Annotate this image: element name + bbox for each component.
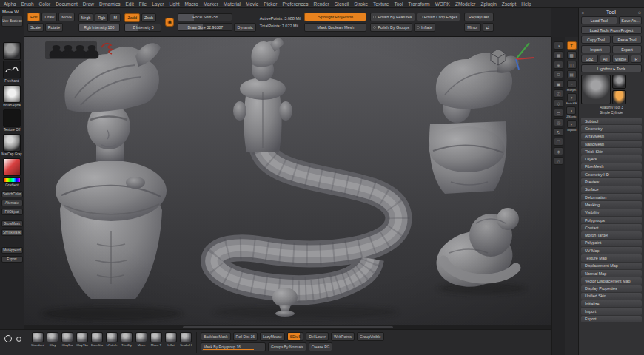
section-deformation[interactable]: Deformation [581, 194, 642, 200]
bpr-render-icon[interactable]: ◑ [554, 41, 563, 50]
section-nanomesh[interactable]: NanoMesh [581, 141, 642, 147]
section-initialize[interactable]: Initialize [581, 300, 642, 307]
focal-shift-slider[interactable]: Focal Shift -56 [178, 13, 232, 21]
sculpt-canvas[interactable] [24, 37, 551, 329]
goz-button[interactable]: GoZ [581, 55, 598, 63]
material-thumbnail[interactable] [3, 134, 21, 152]
dock-tab-matchmaker[interactable]: ◕ MatchM [566, 93, 577, 105]
zadd-button[interactable]: Zadd [124, 13, 140, 22]
menu-help[interactable]: Help [521, 1, 531, 7]
dock-icon-1[interactable]: ▩ [567, 51, 577, 59]
replay-last-button[interactable]: ReplayLast [464, 13, 493, 21]
crease-pg-button[interactable]: Crease PG [309, 342, 333, 351]
section-polypaint[interactable]: Polypaint [581, 240, 642, 246]
menu-stencil[interactable]: Stencil [335, 1, 349, 7]
copy-tool-button[interactable]: Copy Tool [581, 36, 611, 44]
dock-icon-3[interactable]: ▤ [567, 70, 577, 78]
menu-zmodeler[interactable]: ZModeler [455, 1, 475, 7]
section-subtool[interactable]: Subtool [581, 118, 642, 124]
texture-thumbnail[interactable] [3, 109, 21, 127]
section-display-properties[interactable]: Display Properties [581, 285, 642, 292]
brush-preset-claytubes[interactable]: ClayTbs [76, 332, 89, 347]
menu-edit[interactable]: Edit [126, 1, 134, 7]
export-button[interactable]: Export [1, 256, 23, 263]
section-thick-skin[interactable]: Thick Skin [581, 148, 642, 155]
dock-tab-topology[interactable]: ◗ Topolo [567, 120, 577, 132]
inflate-button[interactable]: Inflate [414, 23, 435, 32]
brush-preset-inflate[interactable]: Inflat [164, 332, 178, 347]
roll-dist-slider[interactable]: Roll Dist 16 [233, 332, 258, 341]
section-normal-map[interactable]: Normal Map [581, 270, 642, 277]
frame-icon[interactable]: ◰ [554, 89, 563, 98]
section-unified-skin[interactable]: Unified Skin [581, 293, 642, 300]
color-picker-square[interactable] [3, 158, 21, 176]
section-contact[interactable]: Contact [581, 224, 642, 231]
tool-palette-tab[interactable]: T [567, 41, 577, 50]
group-visible-button[interactable]: GroupVisible [357, 332, 384, 341]
menu-file[interactable]: File [139, 1, 147, 7]
tool-history-thumbnails[interactable] [45, 41, 98, 59]
brush-preset-hpolish[interactable]: hPolish [105, 332, 118, 347]
rotate-view-icon[interactable]: ↻ [554, 128, 563, 136]
brush-preset-clay[interactable]: Clay [46, 332, 59, 347]
grow-mask-button[interactable]: GrowMask [1, 220, 23, 227]
simple-cylinder-thumbnail[interactable] [612, 90, 626, 104]
section-import[interactable]: Import [581, 308, 642, 314]
menu-alpha[interactable]: Alpha [4, 1, 16, 7]
goz-visible-button[interactable]: Visible [612, 55, 629, 63]
menu-dynamics[interactable]: Dynamics [99, 1, 121, 7]
polish-crop-edges-button[interactable]: Polish Crop Edges [417, 13, 461, 21]
move-button[interactable]: Move [58, 13, 74, 21]
canvas-scrollbar-handle[interactable] [183, 326, 394, 328]
draw-button[interactable]: Draw [41, 13, 57, 21]
menu-stroke[interactable]: Stroke [354, 1, 368, 7]
sdiv-slider[interactable]: SDiv 5 [287, 332, 304, 341]
menu-material[interactable]: Material [224, 1, 241, 7]
zsub-button[interactable]: Zsub [141, 13, 156, 22]
sculptris-pro-icon[interactable]: ◉ [165, 18, 174, 27]
dock-tab-morph[interactable]: ◔ Morph [567, 80, 577, 92]
menu-render[interactable]: Render [313, 1, 329, 7]
transparency-icon[interactable]: ☐ [554, 138, 563, 146]
brush-preset-snakehook[interactable]: SnakeH [179, 332, 192, 347]
export-tool-button[interactable]: Export [612, 45, 642, 53]
lazy-mouse-button[interactable]: LazyMouse [260, 332, 285, 341]
solo-icon[interactable]: △ [554, 157, 563, 165]
load-tools-from-project-button[interactable]: Load Tools From Project [581, 26, 642, 34]
rotate-button[interactable]: Rotate [45, 23, 63, 32]
section-geometry[interactable]: Geometry [581, 125, 642, 132]
stroke-thumbnail[interactable] [3, 61, 21, 78]
menu-zscript[interactable]: Zscript [502, 1, 517, 7]
brush-preset-move-topological[interactable]: Move T [150, 332, 163, 347]
paste-tool-button[interactable]: Paste Tool [612, 36, 642, 44]
m-button[interactable]: M [110, 13, 121, 22]
section-geometry-hd[interactable]: Geometry HD [581, 171, 642, 178]
section-preview[interactable]: Preview [581, 178, 642, 185]
ghost-icon[interactable]: ◈ [554, 147, 563, 155]
del-lower-button[interactable]: Del Lower [306, 332, 329, 341]
panel-menu-icon[interactable]: ≡ [582, 10, 584, 15]
mirror-button[interactable]: Mirror [464, 23, 480, 32]
mask-boolean-mesh-button[interactable]: Mask Boolean Mesh [304, 23, 366, 32]
menu-work[interactable]: WORK [435, 1, 450, 7]
mat-append-button[interactable]: MatAppend [1, 247, 23, 254]
rgb-button[interactable]: Rgb [95, 13, 108, 22]
web-points-button[interactable]: WebPoints [331, 332, 355, 341]
brush-preset-standard[interactable]: Standard [31, 332, 44, 347]
section-displacement-map[interactable]: Displacement Map [581, 263, 642, 269]
section-masking[interactable]: Masking [581, 201, 642, 208]
menu-brush[interactable]: Brush [21, 1, 34, 7]
menu-marker[interactable]: Marker [204, 1, 218, 7]
draw-size-slider[interactable]: Draw Size 32.96387 [178, 23, 232, 31]
menu-transform[interactable]: Transform [408, 1, 429, 7]
import-tool-button[interactable]: Import [581, 45, 611, 53]
brush-preset-claybuildup[interactable]: ClayBui [61, 332, 74, 347]
backface-mask-button[interactable]: BackfaceMask [201, 332, 231, 341]
zoom-in-icon[interactable]: ⊕ [554, 61, 563, 69]
hue-strip[interactable] [3, 178, 21, 183]
polish-by-features-button[interactable]: Polish By Features [370, 13, 415, 21]
menu-movie[interactable]: Movie [246, 1, 258, 7]
switch-color-button[interactable]: SwitchColor [1, 191, 23, 197]
section-surface[interactable]: Surface [581, 186, 642, 193]
current-tool-thumbnail[interactable] [581, 75, 611, 104]
